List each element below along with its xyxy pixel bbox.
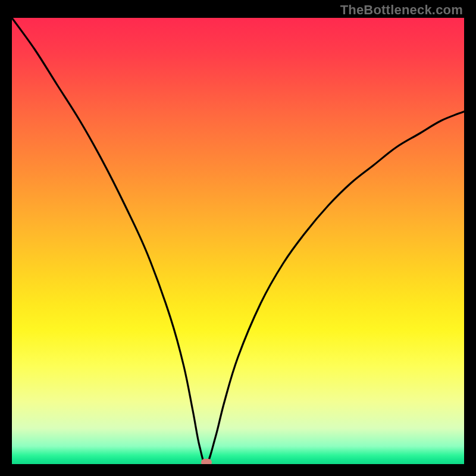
optimum-marker: [201, 459, 212, 464]
watermark-text: TheBottleneck.com: [340, 2, 463, 18]
chart-stage: TheBottleneck.com: [0, 0, 476, 476]
bottleneck-curve: [12, 18, 464, 464]
plot-area: [12, 18, 464, 464]
